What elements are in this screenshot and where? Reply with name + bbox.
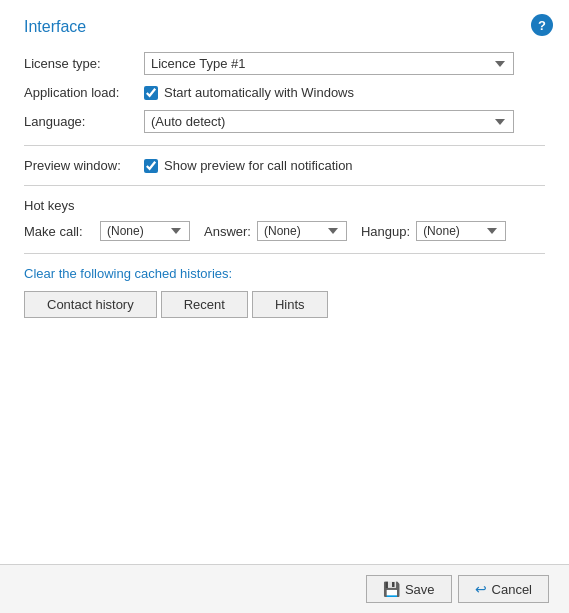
make-call-label: Make call: [24,224,94,239]
preview-window-checkbox-label: Show preview for call notification [164,158,353,173]
bottom-bar: 💾 Save ↩ Cancel [0,564,569,613]
divider-2 [24,185,545,186]
cancel-icon: ↩ [475,581,487,597]
divider-1 [24,145,545,146]
language-label: Language: [24,114,144,129]
application-load-checkbox-label: Start automatically with Windows [164,85,354,100]
recent-button[interactable]: Recent [161,291,248,318]
hangup-select[interactable]: (None) [416,221,506,241]
license-type-row: License type: Licence Type #1 [24,52,545,75]
cache-section-label: Clear the following cached histories: [24,266,545,281]
preview-window-control: Show preview for call notification [144,158,545,173]
preview-window-checkbox-row: Show preview for call notification [144,158,545,173]
save-button[interactable]: 💾 Save [366,575,452,603]
make-call-group: Make call: (None) [24,221,190,241]
hot-keys-title: Hot keys [24,198,545,213]
preview-window-row: Preview window: Show preview for call no… [24,158,545,173]
hangup-group: Hangup: (None) [361,221,506,241]
application-load-checkbox[interactable] [144,86,158,100]
preview-window-label: Preview window: [24,158,144,173]
make-call-select[interactable]: (None) [100,221,190,241]
answer-label: Answer: [204,224,251,239]
application-load-row: Application load: Start automatically wi… [24,85,545,100]
language-row: Language: (Auto detect) [24,110,545,133]
cache-buttons-row: Contact history Recent Hints [24,291,545,318]
save-label: Save [405,582,435,597]
cancel-label: Cancel [492,582,532,597]
hot-keys-row: Make call: (None) Answer: (None) Hangup:… [24,221,545,241]
language-select[interactable]: (Auto detect) [144,110,514,133]
hints-button[interactable]: Hints [252,291,328,318]
divider-3 [24,253,545,254]
license-type-control: Licence Type #1 [144,52,545,75]
preview-window-checkbox[interactable] [144,159,158,173]
save-icon: 💾 [383,581,400,597]
application-load-label: Application load: [24,85,144,100]
page-title: Interface [24,18,545,36]
application-load-control: Start automatically with Windows [144,85,545,100]
help-icon[interactable]: ? [531,14,553,36]
contact-history-button[interactable]: Contact history [24,291,157,318]
license-type-label: License type: [24,56,144,71]
hangup-label: Hangup: [361,224,410,239]
license-type-select[interactable]: Licence Type #1 [144,52,514,75]
cancel-button[interactable]: ↩ Cancel [458,575,549,603]
application-load-checkbox-row: Start automatically with Windows [144,85,545,100]
answer-group: Answer: (None) [204,221,347,241]
language-control: (Auto detect) [144,110,545,133]
answer-select[interactable]: (None) [257,221,347,241]
settings-panel: ? Interface License type: Licence Type #… [0,0,569,613]
